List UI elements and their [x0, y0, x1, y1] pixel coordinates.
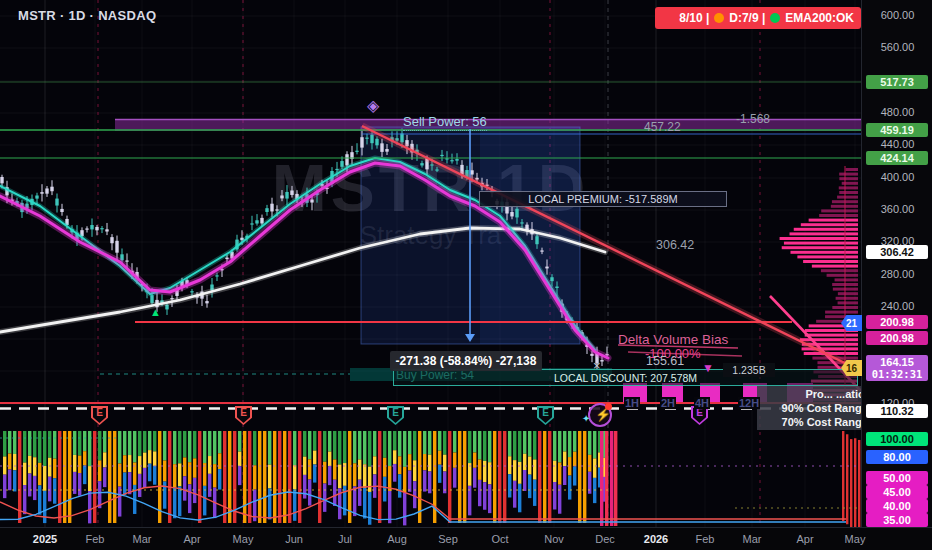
price-badge-459.19: 459.19: [866, 123, 928, 137]
price-label-480.00: 480.00: [862, 106, 932, 118]
sell-power-label: Sell Power: 56: [403, 114, 487, 131]
time-label-Aug: Aug: [387, 533, 407, 545]
time-label-Dec: Dec: [595, 533, 615, 545]
timeframe-marker-2H: 2H: [660, 397, 676, 409]
buy-signal-triangle-icon: ▲: [150, 306, 161, 318]
price-badge-110.32: 110.32: [866, 404, 928, 418]
symbol-title[interactable]: MSTR · 1D · NASDAQ: [18, 8, 156, 23]
price-badge-424.14: 424.14: [866, 151, 928, 165]
price-label-360.00: 360.00: [862, 203, 932, 215]
trendline-value-306: 306.42: [656, 238, 694, 252]
price-label-400.00: 400.00: [862, 171, 932, 183]
trendline-value-155: 155.61: [646, 354, 684, 368]
ema-status-label: EMA200:OK: [785, 11, 854, 25]
indicator-badge-50.00: 50.00: [866, 471, 928, 485]
time-label-Feb: Feb: [86, 533, 105, 545]
poc-volume-label: 1.235B: [723, 363, 775, 377]
status-banner[interactable]: 8/10 | D:7/9 | EMA200:OK: [655, 7, 861, 29]
time-label-Nov: Nov: [544, 533, 564, 545]
time-label-Apr: Apr: [183, 533, 200, 545]
sparkle-icon: ✦: [582, 413, 590, 424]
price-badge-200.98: 200.98: [866, 315, 928, 329]
measure-tooltip: -271.38 (-58.84%) -27,138: [390, 351, 542, 371]
indicator-badge-100.00: 100.00: [866, 432, 928, 446]
score-label: 8/10 |: [679, 11, 709, 25]
price-axis[interactable]: 600.00560.00480.00440.00400.00360.00320.…: [861, 0, 932, 527]
exit-shield-badge-1[interactable]: E: [235, 406, 252, 425]
shield-letter: E: [537, 407, 554, 418]
daily-dot-icon: [714, 13, 724, 23]
exit-shield-badge-0[interactable]: E: [91, 406, 108, 425]
time-label-Feb: Feb: [696, 533, 715, 545]
time-label-Mar: Mar: [133, 533, 152, 545]
price-label-560.00: 560.00: [862, 41, 932, 53]
exit-shield-badge-3[interactable]: E: [537, 406, 554, 425]
time-label-2026: 2026: [644, 533, 668, 545]
alert-dot-icon: [605, 403, 612, 410]
timeframe-marker-1H: 1H: [624, 397, 640, 409]
time-label-Apr: Apr: [796, 533, 813, 545]
time-label-May: May: [233, 533, 254, 545]
price-label-280.00: 280.00: [862, 268, 932, 280]
timeframe-marker-12H: 12H: [738, 397, 760, 409]
indicator-badge-80.00: 80.00: [866, 450, 928, 464]
price-label-440.00: 440.00: [862, 138, 932, 150]
exit-shield-badge-2[interactable]: E: [387, 406, 404, 425]
daily-status-label: D:7/9 |: [729, 11, 765, 25]
trendline-slope-label: -1.568: [736, 112, 770, 126]
time-axis[interactable]: 2025FebMarAprMayJunJulAugSepOctNovDec202…: [0, 527, 932, 550]
countdown-timer: 01:32:31: [866, 368, 928, 380]
chart-overlays: Sell Power: 56LOCAL PREMIUM: -517.589MBu…: [0, 0, 861, 527]
shield-letter: E: [387, 407, 404, 418]
time-label-Jul: Jul: [338, 533, 352, 545]
timeframe-marker-4H: 4H: [694, 397, 710, 409]
trading-chart-app: MSTR 1D Strategy Tra Sell Power: 56LOCAL…: [0, 0, 932, 550]
price-badge-200.98: 200.98: [866, 331, 928, 345]
trendline-value-457: 457.22: [644, 120, 681, 134]
close-cross-marker-icon: ×: [593, 358, 601, 373]
indicator-badge-35.00: 35.00: [866, 513, 928, 527]
price-badge-517.73: 517.73: [866, 75, 928, 89]
lightning-alert-icon[interactable]: ⚡✦: [588, 403, 612, 427]
delta-volume-bias-title: Delta Volume Bias: [618, 332, 728, 347]
price-label-240.00: 240.00: [862, 300, 932, 312]
shield-letter: E: [235, 407, 252, 418]
time-label-2025: 2025: [33, 533, 57, 545]
price-badge-306.42: 306.42: [866, 245, 928, 259]
price-label-600.00: 600.00: [862, 9, 932, 21]
local-premium-box[interactable]: LOCAL PREMIUM: -517.589M: [479, 191, 727, 207]
indicator-badge-45.00: 45.00: [866, 485, 928, 499]
ema-dot-icon: [770, 13, 780, 23]
time-label-Jun: Jun: [285, 533, 303, 545]
time-label-May: May: [845, 533, 866, 545]
local-discount-box[interactable]: LOCAL DISCOUNT: 207.578M: [393, 369, 858, 386]
sell-arrow-icon: ▼: [702, 361, 714, 375]
time-label-Mar: Mar: [743, 533, 762, 545]
time-label-Oct: Oct: [491, 533, 508, 545]
time-label-Sep: Sep: [438, 533, 458, 545]
indicator-badge-40.00: 40.00: [866, 499, 928, 513]
shield-letter: E: [91, 407, 108, 418]
price-badge-164.15: 164.1501:32:31: [866, 355, 928, 381]
diamond-event-icon: ◈: [367, 96, 379, 115]
